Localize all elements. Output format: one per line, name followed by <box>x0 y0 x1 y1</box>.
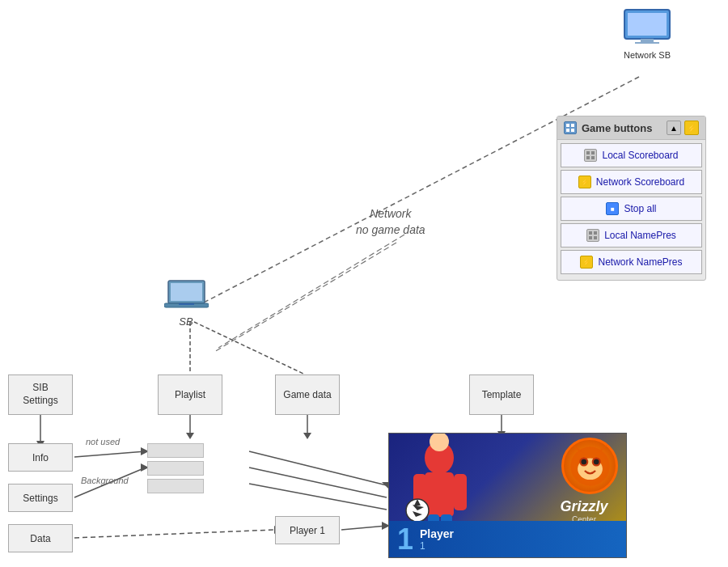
svg-marker-6 <box>303 433 311 439</box>
template-box: Template <box>469 374 534 415</box>
score-bar: 1 Player 1 <box>389 521 626 557</box>
svg-line-13 <box>341 526 387 530</box>
stop-all-btn[interactable]: ■ Stop all <box>561 197 702 221</box>
svg-line-24 <box>214 243 396 352</box>
svg-rect-28 <box>635 42 659 44</box>
preview-area: Grizzly Center 1 Player 1 <box>388 433 627 558</box>
svg-rect-27 <box>641 39 654 42</box>
background-label: Background <box>81 476 129 485</box>
local-scoreboard-btn[interactable]: Local Scoreboard <box>561 143 702 167</box>
panel-body: Local Scoreboard ⚡ Network Scoreboard ■ … <box>557 140 705 280</box>
svg-rect-26 <box>628 13 667 36</box>
sib-settings-box: SIBSettings <box>8 374 73 415</box>
svg-rect-56 <box>591 156 595 159</box>
sb-laptop-node: SB <box>158 279 214 328</box>
svg-rect-32 <box>179 303 194 305</box>
playlist-box: Playlist <box>158 374 222 415</box>
svg-rect-60 <box>594 236 597 239</box>
stop-all-icon: ■ <box>606 202 619 215</box>
svg-line-11 <box>249 468 387 497</box>
panel-flash-btn[interactable]: ⚡ <box>684 121 699 135</box>
local-scoreboard-icon <box>584 149 597 162</box>
svg-rect-54 <box>591 151 595 154</box>
local-namepres-btn[interactable]: Local NamePres <box>561 223 702 248</box>
svg-rect-58 <box>594 231 597 235</box>
svg-rect-52 <box>571 129 574 132</box>
network-sb-label: Network SB <box>615 50 679 60</box>
svg-rect-30 <box>171 283 202 301</box>
svg-line-19 <box>74 451 146 457</box>
svg-marker-4 <box>186 433 194 439</box>
network-sb-node: Network SB <box>615 8 679 60</box>
sb-label: SB <box>158 315 214 328</box>
team-logo <box>561 438 618 494</box>
game-data-box: Game data <box>275 374 340 415</box>
player1-box: Player 1 <box>275 516 340 544</box>
network-no-data-text: Network no game data <box>356 206 425 238</box>
svg-line-7 <box>74 530 274 538</box>
svg-point-46 <box>593 459 599 464</box>
local-namepres-icon <box>586 229 599 242</box>
svg-line-2 <box>194 322 303 374</box>
info-box: Info <box>8 443 73 472</box>
svg-line-23 <box>218 235 404 348</box>
panel-title: Game buttons <box>582 122 652 134</box>
monitor-icon <box>623 8 671 44</box>
svg-rect-55 <box>586 156 590 159</box>
panel-controls: ▲ ⚡ <box>667 121 699 135</box>
network-namepres-btn[interactable]: ⚡ Network NamePres <box>561 250 702 274</box>
svg-rect-53 <box>586 151 590 154</box>
svg-line-12 <box>249 484 387 510</box>
panel-header: Game buttons ▲ ⚡ <box>557 116 705 140</box>
svg-point-45 <box>581 459 586 464</box>
panel-collapse-btn[interactable]: ▲ <box>667 121 681 135</box>
network-scoreboard-btn[interactable]: ⚡ Network Scoreboard <box>561 170 702 194</box>
panel-header-icon <box>564 121 577 134</box>
svg-rect-49 <box>566 124 569 127</box>
main-canvas: Network SB Network no game data SB SIBSe… <box>0 0 728 567</box>
network-scoreboard-icon: ⚡ <box>578 176 591 188</box>
svg-rect-51 <box>566 129 569 132</box>
svg-rect-50 <box>571 124 574 127</box>
playlist-item-2 <box>147 461 204 476</box>
settings-box: Settings <box>8 484 73 512</box>
svg-rect-37 <box>454 474 467 510</box>
playlist-item-3 <box>147 479 204 493</box>
laptop-icon <box>164 279 209 311</box>
network-namepres-icon: ⚡ <box>580 256 593 269</box>
game-buttons-panel: Game buttons ▲ ⚡ Local Scoreboard ⚡ Netw… <box>557 116 706 281</box>
not-used-label: not used <box>86 437 120 446</box>
svg-rect-59 <box>589 236 592 239</box>
data-box: Data <box>8 524 73 552</box>
svg-line-9 <box>249 451 387 485</box>
playlist-item-1 <box>147 443 204 458</box>
svg-rect-57 <box>589 231 592 235</box>
